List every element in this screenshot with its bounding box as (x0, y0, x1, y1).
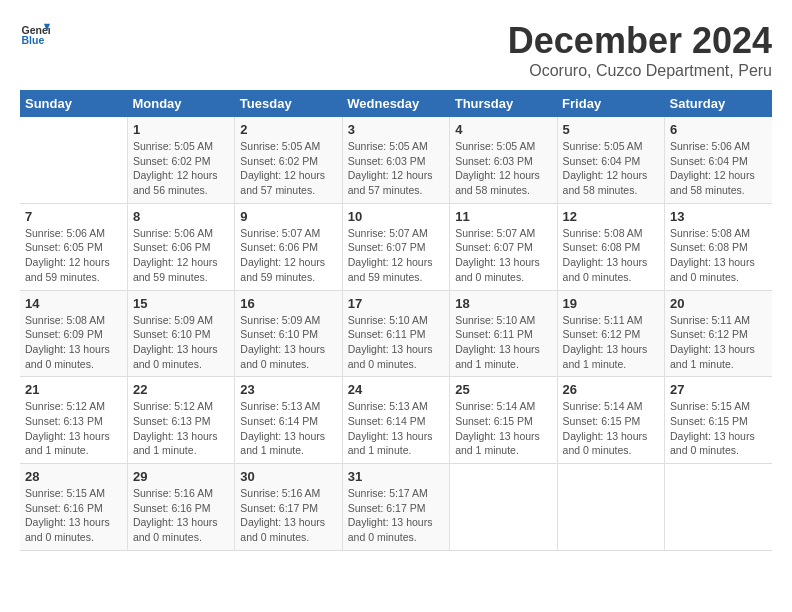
day-info: Sunrise: 5:08 AMSunset: 6:08 PMDaylight:… (670, 226, 767, 285)
day-info: Sunrise: 5:15 AMSunset: 6:15 PMDaylight:… (670, 399, 767, 458)
day-info: Sunrise: 5:14 AMSunset: 6:15 PMDaylight:… (563, 399, 659, 458)
week-row-4: 21 Sunrise: 5:12 AMSunset: 6:13 PMDaylig… (20, 377, 772, 464)
day-number: 25 (455, 382, 551, 397)
day-number: 13 (670, 209, 767, 224)
logo: General Blue (20, 20, 50, 50)
page-title: December 2024 (508, 20, 772, 62)
day-number: 20 (670, 296, 767, 311)
svg-text:Blue: Blue (22, 34, 45, 46)
day-number: 8 (133, 209, 229, 224)
day-number: 11 (455, 209, 551, 224)
col-tuesday: Tuesday (235, 90, 342, 117)
day-number: 21 (25, 382, 122, 397)
day-info: Sunrise: 5:10 AMSunset: 6:11 PMDaylight:… (455, 313, 551, 372)
day-info: Sunrise: 5:16 AMSunset: 6:17 PMDaylight:… (240, 486, 336, 545)
page-subtitle: Ocoruro, Cuzco Department, Peru (508, 62, 772, 80)
day-number: 22 (133, 382, 229, 397)
day-number: 29 (133, 469, 229, 484)
calendar-cell: 31 Sunrise: 5:17 AMSunset: 6:17 PMDaylig… (342, 464, 449, 551)
calendar-cell: 24 Sunrise: 5:13 AMSunset: 6:14 PMDaylig… (342, 377, 449, 464)
col-wednesday: Wednesday (342, 90, 449, 117)
day-info: Sunrise: 5:06 AMSunset: 6:04 PMDaylight:… (670, 139, 767, 198)
calendar-cell: 19 Sunrise: 5:11 AMSunset: 6:12 PMDaylig… (557, 290, 664, 377)
day-number: 6 (670, 122, 767, 137)
day-number: 12 (563, 209, 659, 224)
week-row-5: 28 Sunrise: 5:15 AMSunset: 6:16 PMDaylig… (20, 464, 772, 551)
calendar-cell (20, 117, 127, 203)
day-info: Sunrise: 5:12 AMSunset: 6:13 PMDaylight:… (133, 399, 229, 458)
header-row: Sunday Monday Tuesday Wednesday Thursday… (20, 90, 772, 117)
day-info: Sunrise: 5:05 AMSunset: 6:03 PMDaylight:… (455, 139, 551, 198)
day-info: Sunrise: 5:12 AMSunset: 6:13 PMDaylight:… (25, 399, 122, 458)
day-info: Sunrise: 5:07 AMSunset: 6:07 PMDaylight:… (455, 226, 551, 285)
day-number: 16 (240, 296, 336, 311)
day-number: 9 (240, 209, 336, 224)
day-number: 10 (348, 209, 444, 224)
day-info: Sunrise: 5:13 AMSunset: 6:14 PMDaylight:… (240, 399, 336, 458)
day-number: 30 (240, 469, 336, 484)
col-friday: Friday (557, 90, 664, 117)
day-number: 28 (25, 469, 122, 484)
calendar-cell: 21 Sunrise: 5:12 AMSunset: 6:13 PMDaylig… (20, 377, 127, 464)
calendar-cell: 11 Sunrise: 5:07 AMSunset: 6:07 PMDaylig… (450, 203, 557, 290)
day-info: Sunrise: 5:06 AMSunset: 6:05 PMDaylight:… (25, 226, 122, 285)
day-info: Sunrise: 5:07 AMSunset: 6:06 PMDaylight:… (240, 226, 336, 285)
day-number: 14 (25, 296, 122, 311)
day-number: 1 (133, 122, 229, 137)
day-number: 18 (455, 296, 551, 311)
week-row-2: 7 Sunrise: 5:06 AMSunset: 6:05 PMDayligh… (20, 203, 772, 290)
day-number: 31 (348, 469, 444, 484)
day-info: Sunrise: 5:16 AMSunset: 6:16 PMDaylight:… (133, 486, 229, 545)
week-row-1: 1 Sunrise: 5:05 AMSunset: 6:02 PMDayligh… (20, 117, 772, 203)
calendar-cell (665, 464, 772, 551)
calendar-cell (450, 464, 557, 551)
day-number: 23 (240, 382, 336, 397)
col-sunday: Sunday (20, 90, 127, 117)
page-header: General Blue December 2024 Ocoruro, Cuzc… (20, 20, 772, 80)
calendar-cell: 28 Sunrise: 5:15 AMSunset: 6:16 PMDaylig… (20, 464, 127, 551)
calendar-cell: 26 Sunrise: 5:14 AMSunset: 6:15 PMDaylig… (557, 377, 664, 464)
day-number: 7 (25, 209, 122, 224)
day-info: Sunrise: 5:09 AMSunset: 6:10 PMDaylight:… (240, 313, 336, 372)
day-info: Sunrise: 5:05 AMSunset: 6:02 PMDaylight:… (240, 139, 336, 198)
calendar-cell: 2 Sunrise: 5:05 AMSunset: 6:02 PMDayligh… (235, 117, 342, 203)
day-info: Sunrise: 5:05 AMSunset: 6:04 PMDaylight:… (563, 139, 659, 198)
col-monday: Monday (127, 90, 234, 117)
calendar-cell: 12 Sunrise: 5:08 AMSunset: 6:08 PMDaylig… (557, 203, 664, 290)
day-number: 2 (240, 122, 336, 137)
calendar-cell: 5 Sunrise: 5:05 AMSunset: 6:04 PMDayligh… (557, 117, 664, 203)
day-number: 15 (133, 296, 229, 311)
day-number: 19 (563, 296, 659, 311)
calendar-cell: 4 Sunrise: 5:05 AMSunset: 6:03 PMDayligh… (450, 117, 557, 203)
day-info: Sunrise: 5:13 AMSunset: 6:14 PMDaylight:… (348, 399, 444, 458)
day-info: Sunrise: 5:10 AMSunset: 6:11 PMDaylight:… (348, 313, 444, 372)
day-number: 24 (348, 382, 444, 397)
calendar-cell (557, 464, 664, 551)
calendar-cell: 7 Sunrise: 5:06 AMSunset: 6:05 PMDayligh… (20, 203, 127, 290)
day-number: 17 (348, 296, 444, 311)
day-number: 3 (348, 122, 444, 137)
day-info: Sunrise: 5:06 AMSunset: 6:06 PMDaylight:… (133, 226, 229, 285)
calendar-cell: 3 Sunrise: 5:05 AMSunset: 6:03 PMDayligh… (342, 117, 449, 203)
calendar-cell: 18 Sunrise: 5:10 AMSunset: 6:11 PMDaylig… (450, 290, 557, 377)
week-row-3: 14 Sunrise: 5:08 AMSunset: 6:09 PMDaylig… (20, 290, 772, 377)
day-number: 26 (563, 382, 659, 397)
day-info: Sunrise: 5:11 AMSunset: 6:12 PMDaylight:… (563, 313, 659, 372)
day-info: Sunrise: 5:09 AMSunset: 6:10 PMDaylight:… (133, 313, 229, 372)
title-section: December 2024 Ocoruro, Cuzco Department,… (508, 20, 772, 80)
calendar-cell: 8 Sunrise: 5:06 AMSunset: 6:06 PMDayligh… (127, 203, 234, 290)
day-number: 5 (563, 122, 659, 137)
day-number: 4 (455, 122, 551, 137)
calendar-table: Sunday Monday Tuesday Wednesday Thursday… (20, 90, 772, 551)
calendar-cell: 20 Sunrise: 5:11 AMSunset: 6:12 PMDaylig… (665, 290, 772, 377)
day-info: Sunrise: 5:17 AMSunset: 6:17 PMDaylight:… (348, 486, 444, 545)
day-info: Sunrise: 5:07 AMSunset: 6:07 PMDaylight:… (348, 226, 444, 285)
calendar-cell: 22 Sunrise: 5:12 AMSunset: 6:13 PMDaylig… (127, 377, 234, 464)
day-info: Sunrise: 5:15 AMSunset: 6:16 PMDaylight:… (25, 486, 122, 545)
day-info: Sunrise: 5:11 AMSunset: 6:12 PMDaylight:… (670, 313, 767, 372)
day-info: Sunrise: 5:08 AMSunset: 6:09 PMDaylight:… (25, 313, 122, 372)
day-info: Sunrise: 5:14 AMSunset: 6:15 PMDaylight:… (455, 399, 551, 458)
col-saturday: Saturday (665, 90, 772, 117)
calendar-cell: 9 Sunrise: 5:07 AMSunset: 6:06 PMDayligh… (235, 203, 342, 290)
calendar-cell: 17 Sunrise: 5:10 AMSunset: 6:11 PMDaylig… (342, 290, 449, 377)
